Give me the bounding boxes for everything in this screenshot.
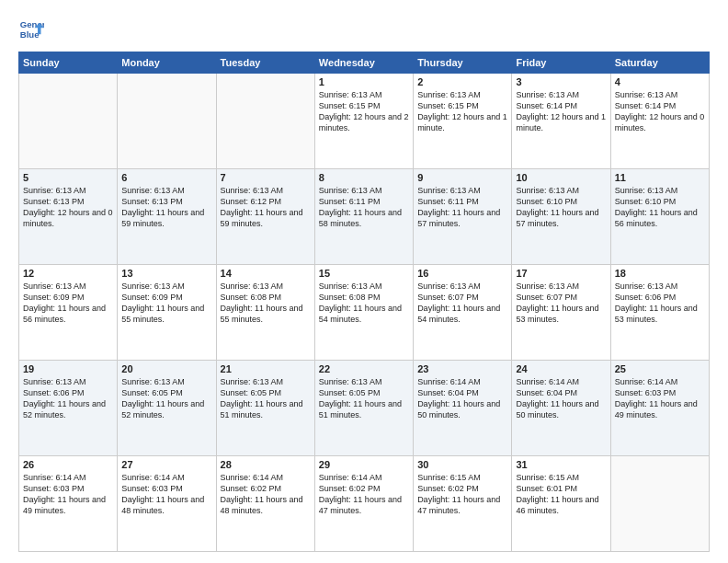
calendar-cell: 7Sunrise: 6:13 AM Sunset: 6:12 PM Daylig… — [216, 169, 314, 265]
day-number: 15 — [319, 268, 409, 279]
calendar-cell — [19, 74, 118, 169]
day-info: Sunrise: 6:14 AM Sunset: 6:04 PM Dayligh… — [417, 376, 507, 421]
calendar-cell: 24Sunrise: 6:14 AM Sunset: 6:04 PM Dayli… — [512, 361, 610, 456]
day-info: Sunrise: 6:13 AM Sunset: 6:13 PM Dayligh… — [23, 185, 113, 230]
calendar-cell: 17Sunrise: 6:13 AM Sunset: 6:07 PM Dayli… — [512, 265, 610, 361]
calendar-cell: 19Sunrise: 6:13 AM Sunset: 6:06 PM Dayli… — [19, 361, 118, 456]
calendar-cell: 18Sunrise: 6:13 AM Sunset: 6:06 PM Dayli… — [610, 265, 709, 361]
calendar-cell: 15Sunrise: 6:13 AM Sunset: 6:08 PM Dayli… — [314, 265, 413, 361]
calendar-cell: 1Sunrise: 6:13 AM Sunset: 6:15 PM Daylig… — [314, 74, 413, 169]
day-number: 6 — [121, 172, 211, 183]
weekday-sunday: Sunday — [19, 52, 118, 74]
day-number: 11 — [615, 172, 705, 183]
day-number: 20 — [121, 363, 211, 374]
day-info: Sunrise: 6:14 AM Sunset: 6:02 PM Dayligh… — [319, 472, 409, 517]
day-info: Sunrise: 6:13 AM Sunset: 6:06 PM Dayligh… — [23, 376, 113, 421]
day-number: 7 — [221, 172, 311, 183]
day-number: 18 — [615, 268, 705, 279]
day-number: 19 — [23, 363, 113, 374]
calendar-cell: 27Sunrise: 6:14 AM Sunset: 6:03 PM Dayli… — [118, 456, 216, 552]
day-info: Sunrise: 6:14 AM Sunset: 6:02 PM Dayligh… — [221, 472, 311, 517]
calendar-cell: 25Sunrise: 6:14 AM Sunset: 6:03 PM Dayli… — [610, 361, 709, 456]
header: General Blue — [18, 17, 710, 42]
day-number: 9 — [417, 172, 507, 183]
day-info: Sunrise: 6:13 AM Sunset: 6:07 PM Dayligh… — [516, 281, 606, 326]
day-number: 16 — [417, 268, 507, 279]
day-info: Sunrise: 6:13 AM Sunset: 6:09 PM Dayligh… — [23, 281, 113, 326]
day-info: Sunrise: 6:13 AM Sunset: 6:05 PM Dayligh… — [319, 376, 409, 421]
day-number: 12 — [23, 268, 113, 279]
calendar-cell: 29Sunrise: 6:14 AM Sunset: 6:02 PM Dayli… — [314, 456, 413, 552]
weekday-tuesday: Tuesday — [216, 52, 314, 74]
day-info: Sunrise: 6:13 AM Sunset: 6:15 PM Dayligh… — [319, 89, 409, 134]
day-info: Sunrise: 6:14 AM Sunset: 6:03 PM Dayligh… — [615, 376, 705, 421]
day-info: Sunrise: 6:13 AM Sunset: 6:14 PM Dayligh… — [516, 89, 606, 134]
day-info: Sunrise: 6:14 AM Sunset: 6:03 PM Dayligh… — [23, 472, 113, 517]
day-number: 22 — [319, 363, 409, 374]
day-number: 29 — [319, 459, 409, 470]
day-info: Sunrise: 6:13 AM Sunset: 6:13 PM Dayligh… — [121, 185, 211, 230]
logo: General Blue — [18, 17, 48, 42]
day-info: Sunrise: 6:13 AM Sunset: 6:07 PM Dayligh… — [417, 281, 507, 326]
day-info: Sunrise: 6:13 AM Sunset: 6:10 PM Dayligh… — [516, 185, 606, 230]
calendar-cell: 6Sunrise: 6:13 AM Sunset: 6:13 PM Daylig… — [118, 169, 216, 265]
calendar-table: SundayMondayTuesdayWednesdayThursdayFrid… — [18, 52, 710, 552]
day-info: Sunrise: 6:13 AM Sunset: 6:09 PM Dayligh… — [121, 281, 211, 326]
calendar-cell: 10Sunrise: 6:13 AM Sunset: 6:10 PM Dayli… — [512, 169, 610, 265]
day-info: Sunrise: 6:13 AM Sunset: 6:14 PM Dayligh… — [615, 89, 705, 134]
weekday-header-row: SundayMondayTuesdayWednesdayThursdayFrid… — [19, 52, 710, 74]
logo-icon: General Blue — [18, 17, 44, 42]
calendar-cell: 21Sunrise: 6:13 AM Sunset: 6:05 PM Dayli… — [216, 361, 314, 456]
day-number: 10 — [516, 172, 606, 183]
calendar-cell: 16Sunrise: 6:13 AM Sunset: 6:07 PM Dayli… — [414, 265, 512, 361]
calendar-cell: 28Sunrise: 6:14 AM Sunset: 6:02 PM Dayli… — [216, 456, 314, 552]
calendar-cell: 4Sunrise: 6:13 AM Sunset: 6:14 PM Daylig… — [610, 74, 709, 169]
calendar-cell: 14Sunrise: 6:13 AM Sunset: 6:08 PM Dayli… — [216, 265, 314, 361]
day-info: Sunrise: 6:13 AM Sunset: 6:08 PM Dayligh… — [221, 281, 311, 326]
day-number: 4 — [615, 76, 705, 87]
calendar-cell: 22Sunrise: 6:13 AM Sunset: 6:05 PM Dayli… — [314, 361, 413, 456]
calendar-cell — [216, 74, 314, 169]
day-info: Sunrise: 6:13 AM Sunset: 6:12 PM Dayligh… — [221, 185, 311, 230]
weekday-thursday: Thursday — [414, 52, 512, 74]
day-info: Sunrise: 6:13 AM Sunset: 6:06 PM Dayligh… — [615, 281, 705, 326]
day-number: 26 — [23, 459, 113, 470]
calendar-cell: 26Sunrise: 6:14 AM Sunset: 6:03 PM Dayli… — [19, 456, 118, 552]
calendar-cell: 3Sunrise: 6:13 AM Sunset: 6:14 PM Daylig… — [512, 74, 610, 169]
calendar-cell: 11Sunrise: 6:13 AM Sunset: 6:10 PM Dayli… — [610, 169, 709, 265]
day-number: 14 — [221, 268, 311, 279]
week-row-4: 19Sunrise: 6:13 AM Sunset: 6:06 PM Dayli… — [19, 361, 710, 456]
week-row-2: 5Sunrise: 6:13 AM Sunset: 6:13 PM Daylig… — [19, 169, 710, 265]
calendar-cell: 2Sunrise: 6:13 AM Sunset: 6:15 PM Daylig… — [414, 74, 512, 169]
calendar-cell: 9Sunrise: 6:13 AM Sunset: 6:11 PM Daylig… — [414, 169, 512, 265]
day-info: Sunrise: 6:15 AM Sunset: 6:01 PM Dayligh… — [516, 472, 606, 517]
calendar-cell: 23Sunrise: 6:14 AM Sunset: 6:04 PM Dayli… — [414, 361, 512, 456]
day-number: 30 — [417, 459, 507, 470]
day-number: 21 — [221, 363, 311, 374]
day-number: 31 — [516, 459, 606, 470]
calendar-cell: 30Sunrise: 6:15 AM Sunset: 6:02 PM Dayli… — [414, 456, 512, 552]
day-number: 1 — [319, 76, 409, 87]
calendar-cell — [118, 74, 216, 169]
week-row-3: 12Sunrise: 6:13 AM Sunset: 6:09 PM Dayli… — [19, 265, 710, 361]
week-row-5: 26Sunrise: 6:14 AM Sunset: 6:03 PM Dayli… — [19, 456, 710, 552]
day-number: 17 — [516, 268, 606, 279]
day-number: 25 — [615, 363, 705, 374]
day-info: Sunrise: 6:14 AM Sunset: 6:03 PM Dayligh… — [121, 472, 211, 517]
calendar-cell: 31Sunrise: 6:15 AM Sunset: 6:01 PM Dayli… — [512, 456, 610, 552]
calendar-cell: 8Sunrise: 6:13 AM Sunset: 6:11 PM Daylig… — [314, 169, 413, 265]
day-info: Sunrise: 6:13 AM Sunset: 6:10 PM Dayligh… — [615, 185, 705, 230]
day-info: Sunrise: 6:13 AM Sunset: 6:15 PM Dayligh… — [417, 89, 507, 134]
day-number: 8 — [319, 172, 409, 183]
day-info: Sunrise: 6:13 AM Sunset: 6:05 PM Dayligh… — [121, 376, 211, 421]
weekday-saturday: Saturday — [610, 52, 709, 74]
day-info: Sunrise: 6:15 AM Sunset: 6:02 PM Dayligh… — [417, 472, 507, 517]
page: General Blue SundayMondayTuesdayWednesda… — [0, 0, 728, 563]
day-number: 3 — [516, 76, 606, 87]
day-number: 23 — [417, 363, 507, 374]
day-info: Sunrise: 6:13 AM Sunset: 6:11 PM Dayligh… — [417, 185, 507, 230]
svg-text:Blue: Blue — [20, 29, 40, 40]
weekday-wednesday: Wednesday — [314, 52, 413, 74]
day-info: Sunrise: 6:13 AM Sunset: 6:11 PM Dayligh… — [319, 185, 409, 230]
day-info: Sunrise: 6:14 AM Sunset: 6:04 PM Dayligh… — [516, 376, 606, 421]
